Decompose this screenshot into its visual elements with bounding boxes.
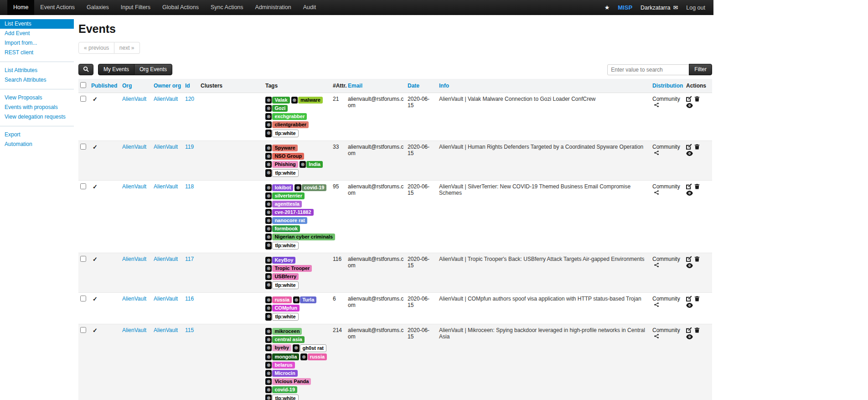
sort-link-email[interactable]: Email [348, 83, 362, 89]
event-search-input[interactable] [607, 64, 689, 75]
edit-icon[interactable] [686, 144, 692, 151]
tag-filter-icon[interactable]: ⊗ [265, 130, 272, 137]
row-select-checkbox[interactable] [80, 183, 86, 189]
tag-filter-icon[interactable]: ⊗ [265, 386, 272, 393]
tag-label[interactable]: NSO Group [272, 153, 304, 160]
event-id-link[interactable]: 118 [185, 183, 194, 190]
edit-icon[interactable] [686, 296, 692, 303]
event-id-link[interactable]: 120 [185, 96, 194, 102]
sort-link-owner-org[interactable]: Owner org [154, 83, 181, 89]
sidebar-item-view-delegation-requests[interactable]: View delegation requests [0, 112, 74, 122]
tag-label[interactable]: belarus [272, 362, 294, 369]
tag-filter-icon[interactable]: ⊗ [265, 370, 272, 377]
tag-label[interactable]: India [306, 161, 323, 168]
tag-label[interactable]: covid-19 [302, 184, 327, 191]
tag-label[interactable]: Phishing [272, 161, 298, 168]
owner-org-link[interactable]: AlienVault [154, 256, 178, 262]
tag-filter-icon[interactable]: ⊗ [265, 336, 272, 343]
distribution-graph-icon[interactable] [654, 190, 659, 196]
delete-icon[interactable] [694, 327, 700, 334]
tag-filter-icon[interactable]: ⊗ [265, 353, 272, 360]
view-icon[interactable] [686, 103, 693, 109]
sidebar-item-view-proposals[interactable]: View Proposals [0, 93, 74, 103]
nav-item-administration[interactable]: Administration [249, 0, 297, 15]
sidebar-item-list-attributes[interactable]: List Attributes [0, 66, 74, 75]
tag-label[interactable]: tlp:white [272, 130, 298, 137]
tag-filter-icon[interactable]: ⊗ [291, 97, 298, 104]
sort-link-date[interactable]: Date [408, 83, 419, 89]
view-icon[interactable] [686, 263, 693, 270]
sort-link-distribution[interactable]: Distribution [652, 83, 683, 89]
tag-filter-icon[interactable]: ⊗ [293, 344, 299, 352]
tag-label[interactable]: Valak [272, 97, 289, 104]
distribution-graph-icon[interactable] [654, 333, 659, 340]
tag-label[interactable]: tlp:white [272, 242, 298, 249]
sidebar-item-export[interactable]: Export [0, 130, 74, 140]
tag-label[interactable]: clientgrabber [272, 121, 309, 128]
sidebar-item-events-with-proposals[interactable]: Events with proposals [0, 103, 74, 112]
nav-item-input-filters[interactable]: Input Filters [115, 0, 156, 15]
tag-label[interactable]: central asia [272, 336, 305, 343]
row-select-checkbox[interactable] [80, 296, 86, 301]
tag-filter-icon[interactable]: ⊗ [265, 296, 272, 303]
nav-item-global-actions[interactable]: Global Actions [156, 0, 205, 15]
tag-label[interactable]: mongolia [272, 353, 299, 360]
delete-icon[interactable] [694, 256, 700, 263]
pagination-previous[interactable]: « previous [78, 42, 114, 54]
view-icon[interactable] [686, 151, 693, 157]
edit-icon[interactable] [686, 256, 692, 263]
tag-label[interactable]: Turla [300, 296, 316, 303]
tag-label[interactable]: Spyware [272, 145, 297, 151]
nav-item-sync-actions[interactable]: Sync Actions [205, 0, 249, 15]
tag-label[interactable]: tlp:white [272, 169, 298, 177]
tag-label[interactable]: mikroceen [272, 328, 302, 335]
tag-filter-icon[interactable]: ⊗ [265, 328, 272, 335]
tag-label[interactable]: agenttesla [272, 201, 301, 208]
tag-filter-icon[interactable]: ⊗ [265, 378, 272, 385]
pagination-next[interactable]: next » [114, 42, 140, 54]
tag-label[interactable]: russia [272, 296, 291, 303]
tag-filter-icon[interactable]: ⊗ [265, 201, 272, 208]
sidebar-item-import-from[interactable]: Import from... [0, 38, 74, 48]
tag-label[interactable]: COMpfun [272, 305, 299, 312]
owner-org-link[interactable]: AlienVault [154, 144, 178, 150]
tag-filter-icon[interactable]: ⊗ [265, 97, 272, 104]
tag-label[interactable]: lokibot [272, 184, 293, 191]
tag-filter-icon[interactable]: ⊗ [293, 296, 300, 303]
tag-filter-icon[interactable]: ⊗ [300, 353, 307, 360]
tag-filter-icon[interactable]: ⊗ [265, 234, 272, 240]
tag-label[interactable]: byeby [272, 344, 291, 351]
delete-icon[interactable] [694, 296, 700, 303]
select-all-checkbox[interactable] [80, 82, 86, 88]
tag-label[interactable]: exchgrabber [272, 113, 307, 120]
tag-label[interactable]: Microcin [272, 370, 297, 377]
tag-filter-icon[interactable]: ⊗ [265, 362, 272, 369]
owner-org-link[interactable]: AlienVault [154, 327, 178, 333]
sidebar-item-automation[interactable]: Automation [0, 140, 74, 149]
sort-link-org[interactable]: Org [122, 83, 132, 89]
tag-filter-icon[interactable]: ⊗ [265, 305, 272, 312]
tag-label[interactable]: Tropic Trooper [272, 265, 312, 272]
owner-org-link[interactable]: AlienVault [154, 96, 178, 102]
edit-icon[interactable] [686, 327, 692, 334]
nav-item-galaxies[interactable]: Galaxies [81, 0, 115, 15]
delete-icon[interactable] [694, 183, 700, 191]
sort-link-info[interactable]: Info [439, 83, 449, 89]
tag-filter-icon[interactable]: ⊗ [265, 209, 272, 216]
tag-label[interactable]: KeyBoy [272, 257, 295, 264]
tag-filter-icon[interactable]: ⊗ [265, 184, 272, 191]
org-link[interactable]: AlienVault [122, 296, 146, 302]
tag-filter-icon[interactable]: ⊗ [265, 265, 272, 272]
owner-org-link[interactable]: AlienVault [154, 183, 178, 190]
tag-filter-icon[interactable]: ⊗ [265, 281, 272, 289]
tag-filter-icon[interactable]: ⊗ [300, 161, 306, 168]
tag-label[interactable]: USBferry [272, 273, 299, 280]
tag-label[interactable]: gh0st rat [300, 344, 326, 352]
nav-item-event-actions[interactable]: Event Actions [34, 0, 81, 15]
sort-link-published[interactable]: Published [91, 83, 117, 89]
sort-link-id[interactable]: Id [185, 83, 190, 89]
tag-label[interactable]: Gozi [272, 105, 288, 112]
tag-filter-icon[interactable]: ⊗ [265, 225, 272, 232]
tag-filter-icon[interactable]: ⊗ [265, 121, 272, 128]
tag-label[interactable]: nanocore rat [272, 217, 307, 224]
